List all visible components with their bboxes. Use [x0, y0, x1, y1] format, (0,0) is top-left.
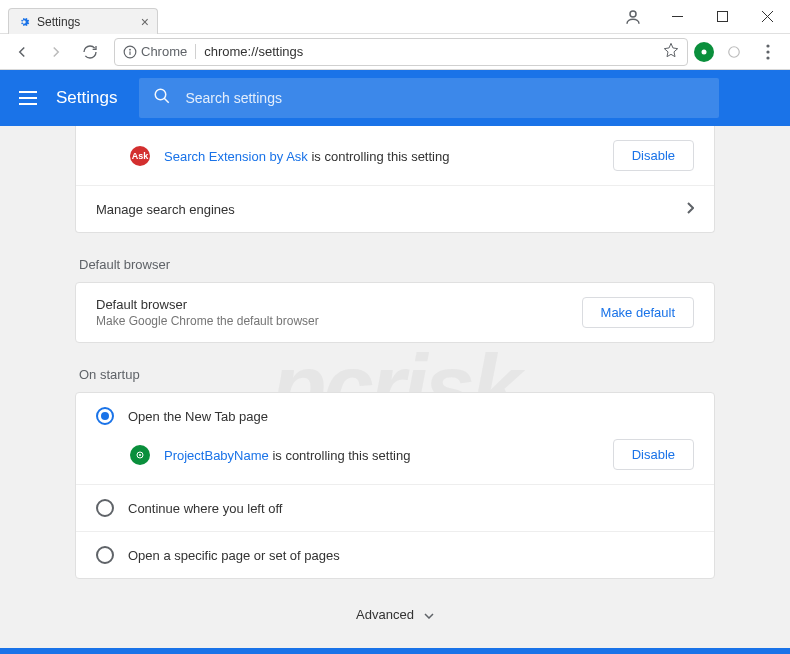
- address-url: chrome://settings: [204, 44, 655, 59]
- default-browser-title: Default browser: [96, 297, 568, 312]
- on-startup-section-label: On startup: [79, 367, 715, 382]
- on-startup-card: Open the New Tab page ProjectBabyName is…: [75, 392, 715, 579]
- nav-forward-button: [42, 38, 70, 66]
- security-chip-label: Chrome: [141, 44, 187, 59]
- tab-close-icon[interactable]: ×: [141, 14, 149, 30]
- disable-search-extension-button[interactable]: Disable: [613, 140, 694, 171]
- profile-icon[interactable]: [619, 3, 647, 31]
- manage-search-engines-row[interactable]: Manage search engines: [76, 185, 714, 232]
- bookmark-star-icon[interactable]: [663, 42, 679, 62]
- startup-extension-link[interactable]: ProjectBabyName: [164, 448, 269, 463]
- startup-extension-note: is controlling this setting: [269, 448, 411, 463]
- svg-point-8: [702, 49, 707, 54]
- bottom-accent-bar: [0, 648, 790, 654]
- advanced-label: Advanced: [356, 607, 414, 622]
- search-extension-link[interactable]: Search Extension by Ask: [164, 149, 308, 164]
- svg-rect-15: [19, 103, 37, 105]
- search-extension-notice: Ask Search Extension by Ask is controlli…: [76, 126, 714, 185]
- nav-reload-button[interactable]: [76, 38, 104, 66]
- ask-extension-icon: Ask: [130, 146, 150, 166]
- radio-continue[interactable]: [96, 499, 114, 517]
- svg-rect-14: [19, 97, 37, 99]
- chevron-down-icon: [424, 607, 434, 622]
- projectbabyname-extension-icon: [130, 445, 150, 465]
- startup-option-new-tab[interactable]: Open the New Tab page: [76, 393, 714, 439]
- startup-extension-notice: ProjectBabyName is controlling this sett…: [76, 439, 714, 484]
- svg-point-16: [156, 89, 167, 100]
- startup-option-specific[interactable]: Open a specific page or set of pages: [76, 531, 714, 578]
- svg-point-9: [729, 46, 740, 57]
- make-default-button[interactable]: Make default: [582, 297, 694, 328]
- svg-line-17: [165, 98, 170, 103]
- manage-search-engines-label: Manage search engines: [96, 202, 672, 217]
- radio-specific[interactable]: [96, 546, 114, 564]
- default-browser-row: Default browser Make Google Chrome the d…: [76, 283, 714, 342]
- svg-point-19: [139, 454, 141, 456]
- tab-strip: Settings ×: [8, 8, 158, 34]
- svg-rect-13: [19, 91, 37, 93]
- settings-header: Settings: [0, 70, 790, 126]
- startup-option-continue[interactable]: Continue where you left off: [76, 484, 714, 531]
- info-icon: [123, 45, 137, 59]
- gear-icon: [17, 15, 31, 29]
- svg-rect-2: [718, 12, 728, 22]
- advanced-toggle[interactable]: Advanced: [75, 587, 715, 642]
- startup-option-specific-label: Open a specific page or set of pages: [128, 548, 340, 563]
- extension-icon[interactable]: [694, 42, 714, 62]
- radio-new-tab[interactable]: [96, 407, 114, 425]
- search-engine-card: Ask Search Extension by Ask is controlli…: [75, 126, 715, 233]
- settings-content[interactable]: pcrisk risk.com Ask Search Extension by …: [0, 126, 790, 648]
- window-minimize-button[interactable]: [655, 0, 700, 34]
- svg-point-0: [630, 11, 636, 17]
- default-browser-sub: Make Google Chrome the default browser: [96, 314, 568, 328]
- settings-search[interactable]: [139, 78, 719, 118]
- window-maximize-button[interactable]: [700, 0, 745, 34]
- window-close-button[interactable]: [745, 0, 790, 34]
- startup-option-new-tab-label: Open the New Tab page: [128, 409, 268, 424]
- default-browser-section-label: Default browser: [79, 257, 715, 272]
- nav-back-button[interactable]: [8, 38, 36, 66]
- svg-point-12: [766, 56, 769, 59]
- page-title: Settings: [56, 88, 117, 108]
- svg-rect-7: [129, 51, 130, 55]
- settings-search-input[interactable]: [185, 90, 705, 106]
- extension-menu-icon[interactable]: [720, 38, 748, 66]
- default-browser-card: Default browser Make Google Chrome the d…: [75, 282, 715, 343]
- tab-title: Settings: [37, 15, 135, 29]
- svg-point-11: [766, 50, 769, 53]
- browser-tab-settings[interactable]: Settings ×: [8, 8, 158, 34]
- chevron-right-icon: [686, 200, 694, 218]
- svg-point-10: [766, 44, 769, 47]
- menu-hamburger-icon[interactable]: [16, 86, 40, 110]
- disable-startup-extension-button[interactable]: Disable: [613, 439, 694, 470]
- security-chip[interactable]: Chrome: [123, 44, 196, 59]
- search-icon: [153, 87, 171, 109]
- browser-menu-button[interactable]: [754, 38, 782, 66]
- svg-point-6: [129, 48, 131, 50]
- search-extension-note: is controlling this setting: [308, 149, 450, 164]
- startup-option-continue-label: Continue where you left off: [128, 501, 282, 516]
- address-bar-row: Chrome chrome://settings: [0, 34, 790, 70]
- address-bar[interactable]: Chrome chrome://settings: [114, 38, 688, 66]
